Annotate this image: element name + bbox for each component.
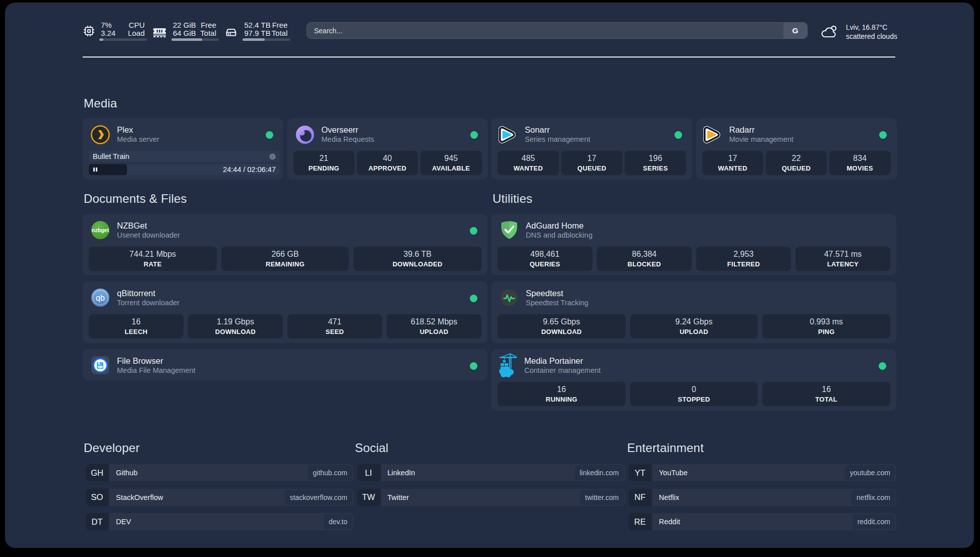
svg-text:nzbget: nzbget bbox=[92, 227, 109, 233]
svg-text:qb: qb bbox=[96, 294, 105, 302]
